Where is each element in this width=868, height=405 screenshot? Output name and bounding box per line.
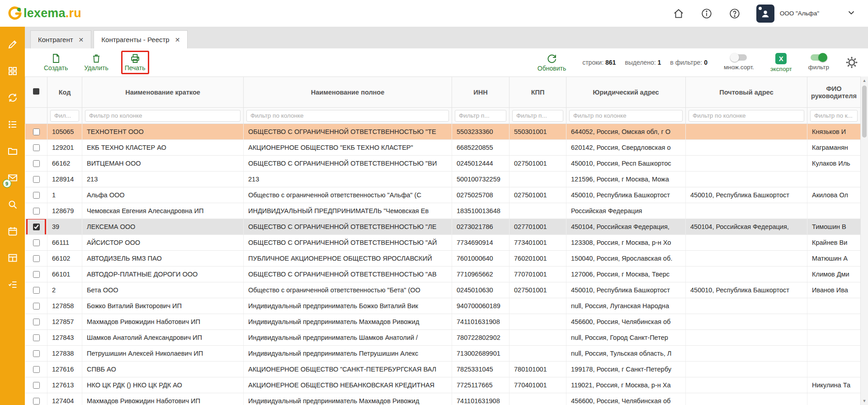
help-icon[interactable] bbox=[728, 7, 741, 20]
row-checkbox[interactable] bbox=[33, 271, 40, 278]
select-all-checkbox[interactable] bbox=[33, 88, 39, 95]
multisort-toggle[interactable] bbox=[731, 54, 747, 61]
table-row[interactable]: 2Бета ООООбщество с ограниченной ответст… bbox=[25, 282, 861, 298]
cell-postal bbox=[686, 203, 807, 219]
row-checkbox[interactable] bbox=[33, 398, 40, 405]
scroll-down-icon[interactable]: ▼ bbox=[861, 397, 868, 405]
column-header-director[interactable]: ФИО руководителя bbox=[807, 77, 861, 108]
filter-input-kpp[interactable] bbox=[512, 110, 563, 122]
table-row[interactable]: 127404Махмадов Ривожидин Наботович ИПИнд… bbox=[25, 393, 861, 405]
sync-icon[interactable] bbox=[7, 92, 19, 104]
table-row[interactable]: 127858Божко Виталий Викторович ИПИндивид… bbox=[25, 298, 861, 314]
column-header-kpp[interactable]: КПП bbox=[509, 77, 566, 108]
tab-kontragenty-reestr[interactable]: Контрагенты - Реестр ✕ bbox=[94, 30, 188, 48]
column-header-postal-address[interactable]: Почтовый адрес bbox=[686, 77, 807, 108]
row-checkbox[interactable] bbox=[33, 144, 40, 151]
table-row[interactable]: 129201ЕКБ ТЕХНО КЛАСТЕР АОАКЦИОНЕРНОЕ ОБ… bbox=[25, 140, 861, 156]
row-checkbox[interactable] bbox=[33, 255, 40, 262]
search-icon[interactable] bbox=[7, 199, 19, 210]
cell-kpp: 027501001 bbox=[509, 282, 566, 298]
table-row[interactable]: 66102АВТОДИЗЕЛЬ ЯМЗ ПАОПУБЛИЧНОЕ АКЦИОНЕ… bbox=[25, 251, 861, 267]
cell-legal: null, Россия, Город Санкт-Петер bbox=[566, 330, 686, 346]
table-row[interactable]: 127857Махмадов Ривожидин Наботович ИПИнд… bbox=[25, 314, 861, 330]
home-icon[interactable] bbox=[672, 7, 685, 20]
print-button[interactable]: Печать bbox=[125, 53, 146, 71]
row-checkbox[interactable] bbox=[33, 366, 40, 373]
row-checkbox-cell bbox=[25, 314, 47, 330]
registry-list-icon[interactable] bbox=[7, 119, 19, 130]
filter-toggle-block[interactable]: фильтр bbox=[808, 54, 829, 71]
row-checkbox[interactable] bbox=[33, 319, 40, 325]
row-checkbox[interactable] bbox=[33, 208, 40, 214]
table-row[interactable]: 127613НКО ЦК РДК () НКО ЦК РДК АОАКЦИОНЕ… bbox=[25, 377, 861, 393]
calendar-icon[interactable] bbox=[7, 225, 19, 237]
row-checkbox[interactable] bbox=[33, 192, 40, 199]
folder-icon[interactable] bbox=[7, 145, 19, 157]
row-checkbox[interactable] bbox=[33, 303, 40, 310]
column-header-code[interactable]: Код bbox=[47, 77, 82, 108]
mail-icon[interactable]: 9 bbox=[7, 172, 19, 184]
table-row[interactable]: 127616СПВБ АОАКЦИОНЕРНОЕ ОБЩЕСТВО "САНКТ… bbox=[25, 362, 861, 377]
row-checkbox[interactable] bbox=[33, 239, 40, 246]
refresh-button[interactable]: Обновить bbox=[538, 53, 566, 72]
close-tab-icon[interactable]: ✕ bbox=[175, 36, 180, 43]
delete-button[interactable]: Удалить bbox=[84, 53, 108, 71]
scrollbar-thumb[interactable] bbox=[862, 86, 867, 138]
cell-code: 129201 bbox=[47, 140, 82, 156]
info-icon[interactable] bbox=[700, 7, 713, 20]
row-checkbox[interactable] bbox=[33, 334, 40, 341]
filter-input-postal-address[interactable] bbox=[689, 110, 804, 122]
filter-input-full-name[interactable] bbox=[246, 110, 449, 122]
tasks-checklist-icon[interactable] bbox=[7, 279, 19, 291]
table-row[interactable]: 128914213213500100732259121596, Россия, … bbox=[25, 172, 861, 187]
export-button[interactable]: X экспорт bbox=[770, 53, 792, 72]
settings-gear-icon[interactable] bbox=[845, 56, 858, 69]
column-header-short-name[interactable]: Наименование краткое bbox=[82, 77, 244, 108]
multisort-toggle-block[interactable]: множ.сорт. bbox=[724, 54, 754, 71]
table-row[interactable]: 1Альфа ООООбщество с ограниченной ответс… bbox=[25, 187, 861, 203]
cell-short: 213 bbox=[82, 172, 244, 187]
column-header-legal-address[interactable]: Юридический адрес bbox=[566, 77, 686, 108]
row-checkbox[interactable] bbox=[33, 382, 40, 389]
tab-kontragent[interactable]: Контрагент ✕ bbox=[30, 30, 91, 48]
table-row[interactable]: 39ЛЕКСЕМА ООООБЩЕСТВО С ОГРАНИЧЕННОЙ ОТВ… bbox=[25, 219, 861, 235]
cell-full: Индивидуальный предприниматель Шамков Ан… bbox=[244, 330, 452, 346]
user-menu[interactable]: ООО "Альфа" bbox=[756, 5, 819, 23]
row-checkbox[interactable] bbox=[33, 224, 40, 230]
filter-toggle[interactable] bbox=[811, 54, 827, 61]
scroll-up-icon[interactable]: ▲ bbox=[861, 76, 868, 85]
vertical-scrollbar[interactable]: ▲ ▼ bbox=[860, 76, 868, 405]
filter-input-code[interactable] bbox=[50, 110, 79, 122]
table-row[interactable]: 105065ТЕХНОТЕНТ ООООБЩЕСТВО С ОГРАНИЧЕНН… bbox=[25, 124, 861, 140]
table-row[interactable]: 66162ВИТЦЕМАН ООООБЩЕСТВО С ОГРАНИЧЕННОЙ… bbox=[25, 156, 861, 172]
cell-kpp: 770701001 bbox=[509, 267, 566, 282]
row-checkbox[interactable] bbox=[33, 176, 40, 183]
row-checkbox[interactable] bbox=[33, 287, 40, 294]
filter-input-short-name[interactable] bbox=[85, 110, 241, 122]
table-row[interactable]: 127838Петрушишин Алексей Николаевич ИПИн… bbox=[25, 346, 861, 362]
filter-input-inn[interactable] bbox=[455, 110, 506, 122]
row-checkbox[interactable] bbox=[33, 129, 40, 135]
filter-input-legal-address[interactable] bbox=[569, 110, 683, 122]
create-button[interactable]: Создать bbox=[44, 53, 68, 71]
chevron-down-icon[interactable] bbox=[846, 8, 856, 19]
cell-postal bbox=[686, 298, 807, 314]
column-header-full-name[interactable]: Наименование полное bbox=[244, 77, 452, 108]
edit-icon[interactable] bbox=[7, 38, 19, 50]
table-icon[interactable] bbox=[7, 252, 19, 264]
table-row[interactable]: 66101АВТОДОР-ПЛАТНЫЕ ДОРОГИ ООООБЩЕСТВО … bbox=[25, 267, 861, 282]
row-checkbox[interactable] bbox=[33, 160, 40, 167]
excel-icon: X bbox=[775, 53, 787, 64]
modules-grid-icon[interactable] bbox=[7, 65, 19, 77]
table-row[interactable]: 127843Шамков Анатолий Александрович ИПИн… bbox=[25, 330, 861, 346]
cell-full: Общество с ограниченной ответственностью… bbox=[244, 187, 452, 203]
row-checkbox[interactable] bbox=[33, 350, 40, 357]
filter-label: фильтр bbox=[808, 64, 829, 71]
close-tab-icon[interactable]: ✕ bbox=[79, 36, 84, 43]
cell-code: 127404 bbox=[47, 393, 82, 405]
table-row[interactable]: 66111АЙСИСТОР ООООБЩЕСТВО С ОГРАНИЧЕННОЙ… bbox=[25, 235, 861, 251]
column-header-inn[interactable]: ИНН bbox=[452, 77, 509, 108]
filter-input-director[interactable] bbox=[810, 110, 858, 122]
table-row[interactable]: 128679Чемовская Евгения Алесандровна ИПИ… bbox=[25, 203, 861, 219]
select-all-header[interactable] bbox=[25, 77, 47, 108]
